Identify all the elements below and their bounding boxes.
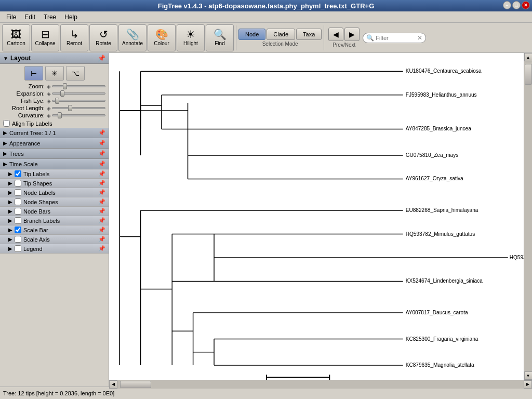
current-tree-pin[interactable]: 📌 [98, 129, 105, 136]
scale-bar-pin[interactable]: 📌 [98, 227, 105, 233]
tip-labels-pin[interactable]: 📌 [98, 170, 105, 177]
zoom-thumb[interactable] [63, 83, 67, 89]
filter-clear-button[interactable]: ✕ [417, 34, 422, 42]
legend-pin[interactable]: 📌 [98, 245, 105, 252]
filter-box[interactable]: 🔍 ✕ [363, 33, 426, 43]
node-shapes-arrow: ▶ [8, 199, 12, 205]
vertical-scrollbar[interactable]: ▲ ▼ [524, 53, 532, 380]
trees-section[interactable]: ▶ Trees 📌 [0, 149, 109, 159]
menu-help[interactable]: Help [60, 12, 82, 22]
scale-bar-checkbox[interactable] [15, 227, 21, 233]
cartoon-icon: 🖼 [11, 29, 21, 39]
toolbar: 🖼 Cartoon ⊟ Collapse ↳ Reroot ↺ Rotate 📎… [0, 23, 532, 53]
node-shapes-pin[interactable]: 📌 [98, 198, 105, 205]
maximize-button[interactable]: □ [512, 1, 521, 9]
collapse-button[interactable]: ⊟ Collapse [31, 24, 59, 51]
hilight-button[interactable]: ☀ Hilight [177, 24, 205, 51]
menu-edit[interactable]: Edit [20, 12, 39, 22]
tip-shapes-checkbox[interactable] [15, 180, 21, 187]
curvature-slider[interactable] [52, 114, 105, 116]
layout-rectangular-button[interactable]: ⊢ [24, 66, 43, 81]
scale-axis-pin[interactable]: 📌 [98, 236, 105, 243]
node-labels-subsection[interactable]: ▶ Node Labels 📌 [0, 188, 109, 197]
scroll-down-button[interactable]: ▼ [524, 371, 533, 380]
expansion-thumb[interactable] [60, 90, 64, 97]
collapse-label: Collapse [35, 41, 56, 46]
branch-labels-pin[interactable]: 📌 [98, 217, 105, 224]
timescale-pin[interactable]: 📌 [98, 161, 105, 167]
hscroll-thumb[interactable] [120, 381, 151, 388]
svg-text:KX524674_Lindenbergia_siniaca: KX524674_Lindenbergia_siniaca [406, 278, 483, 284]
colour-button[interactable]: 🎨 Colour [148, 24, 176, 51]
fisheye-thumb[interactable] [55, 98, 59, 104]
scroll-right-button[interactable]: ▶ [524, 380, 532, 389]
reroot-button[interactable]: ↳ Reroot [60, 24, 88, 51]
current-tree-section[interactable]: ▶ Current Tree: 1 / 1 📌 [0, 128, 109, 138]
current-tree-label: Current Tree: 1 / 1 [9, 130, 56, 136]
node-button[interactable]: Node [238, 29, 265, 40]
rootlength-thumb[interactable] [68, 105, 72, 111]
appearance-pin[interactable]: 📌 [98, 140, 105, 147]
expansion-slider[interactable] [52, 92, 105, 95]
layout-arrow: ▼ [3, 56, 8, 61]
node-bars-arrow: ▶ [8, 208, 12, 214]
node-labels-pin[interactable]: 📌 [98, 189, 105, 196]
layout-radial-button[interactable]: ✳ [45, 66, 64, 81]
taxa-button[interactable]: Taxa [296, 29, 322, 40]
scroll-track[interactable] [524, 61, 533, 371]
scroll-left-button[interactable]: ◀ [109, 380, 117, 389]
layout-pin-icon[interactable]: 📌 [98, 55, 105, 62]
scale-axis-checkbox[interactable] [15, 236, 21, 243]
prevnext-buttons: ◀ ▶ [328, 28, 360, 41]
branch-labels-subsection[interactable]: ▶ Branch Labels 📌 [0, 216, 109, 225]
menu-file[interactable]: File [2, 12, 20, 22]
svg-text:KU180476_Centaurea_scabiosa: KU180476_Centaurea_scabiosa [406, 68, 482, 74]
legend-subsection[interactable]: ▶ Legend 📌 [0, 244, 109, 254]
reroot-label: Reroot [66, 41, 82, 46]
rootlength-slider[interactable] [52, 107, 105, 109]
node-bars-subsection[interactable]: ▶ Node Bars 📌 [0, 207, 109, 216]
hscroll-track[interactable] [117, 380, 524, 389]
find-button[interactable]: 🔍 Find [206, 24, 234, 51]
tip-labels-checkbox[interactable] [15, 170, 21, 177]
cartoon-button[interactable]: 🖼 Cartoon [2, 24, 30, 51]
menu-tree[interactable]: Tree [39, 12, 60, 22]
filter-input[interactable] [376, 35, 417, 41]
node-shapes-subsection[interactable]: ▶ Node Shapes 📌 [0, 197, 109, 207]
prev-button[interactable]: ◀ [328, 28, 343, 41]
tip-labels-subsection[interactable]: ▶ Tip Labels 📌 [0, 169, 109, 179]
layout-polar-button[interactable]: ⌥ [66, 66, 85, 81]
timescale-section[interactable]: ▶ Time Scale 📌 [0, 159, 109, 169]
selection-mode-label: Selection Mode [262, 41, 298, 47]
node-labels-checkbox[interactable] [15, 189, 21, 196]
curvature-thumb[interactable] [58, 112, 62, 118]
trees-pin[interactable]: 📌 [98, 150, 105, 157]
layout-header[interactable]: ▼ Layout 📌 [0, 53, 109, 64]
zoom-slider[interactable] [52, 85, 105, 87]
minimize-button[interactable]: − [503, 1, 511, 9]
close-button[interactable]: ✕ [522, 1, 530, 9]
align-tip-labels-checkbox[interactable] [3, 120, 10, 127]
clade-button[interactable]: Clade [267, 29, 295, 40]
scroll-up-button[interactable]: ▲ [524, 53, 533, 61]
node-bars-pin[interactable]: 📌 [98, 208, 105, 215]
node-bars-checkbox[interactable] [15, 208, 21, 215]
fisheye-slider[interactable] [52, 100, 105, 102]
horizontal-scrollbar[interactable]: ◀ ▶ [109, 380, 532, 388]
tip-shapes-pin[interactable]: 📌 [98, 180, 105, 187]
scale-axis-subsection[interactable]: ▶ Scale Axis 📌 [0, 235, 109, 244]
tip-shapes-subsection[interactable]: ▶ Tip Shapes 📌 [0, 179, 109, 188]
branch-labels-checkbox[interactable] [15, 217, 21, 224]
scroll-thumb[interactable] [525, 64, 532, 85]
node-shapes-checkbox[interactable] [15, 198, 21, 205]
tree-area[interactable]: 0.03 KU180476_Centaurea_scabiosa FJ59598… [109, 53, 524, 380]
scale-bar-subsection[interactable]: ▶ Scale Bar 📌 [0, 225, 109, 235]
node-labels-arrow: ▶ [8, 190, 12, 195]
rotate-button[interactable]: ↺ Rotate [89, 24, 117, 51]
legend-checkbox[interactable] [15, 245, 21, 252]
fisheye-label: Fish Eye: [3, 98, 45, 104]
next-button[interactable]: ▶ [344, 28, 360, 41]
divider-1 [236, 25, 236, 50]
appearance-section[interactable]: ▶ Appearance 📌 [0, 138, 109, 149]
annotate-button[interactable]: 📎 Annotate [118, 24, 147, 51]
